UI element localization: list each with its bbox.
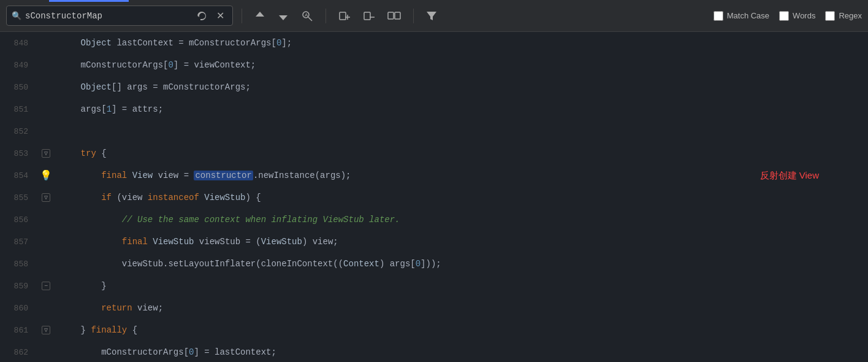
line-number: 849: [0, 61, 37, 70]
code-line-859: 859 − }: [0, 275, 868, 297]
gutter-861[interactable]: ▽: [37, 326, 55, 334]
regex-option[interactable]: Regex: [825, 11, 862, 21]
svg-rect-3: [340, 12, 346, 20]
line-number: 862: [0, 348, 37, 357]
code-line-852: 852: [0, 120, 868, 142]
search-input-wrapper: 🔍 ✕: [6, 6, 233, 26]
find-all-button[interactable]: A: [297, 7, 317, 25]
separator-1: [242, 9, 242, 23]
code-content-848: Object lastContext = mConstructorArgs[0]…: [55, 32, 868, 54]
annotation-text-854: 反射创建 View: [760, 170, 819, 182]
line-number: 854: [0, 171, 37, 180]
code-content-851: args[1] = attrs;: [55, 98, 868, 120]
code-content-849: mConstructorArgs[0] = viewContext;: [55, 54, 868, 76]
code-line-856: 856 // Use the same context when inflati…: [0, 209, 868, 231]
navigate-up-button[interactable]: [251, 7, 269, 25]
match-case-checkbox[interactable]: [714, 11, 723, 21]
line-number: 852: [0, 127, 37, 136]
line-number: 853: [0, 149, 37, 158]
code-line-848: 848 Object lastContext = mConstructorArg…: [0, 32, 868, 54]
code-content-857: final ViewStub viewStub = (ViewStub) vie…: [55, 231, 868, 253]
line-number: 856: [0, 215, 37, 225]
match-case-label: Match Case: [727, 11, 769, 20]
code-line-862: 862 mConstructorArgs[0] = lastContext;: [0, 341, 868, 362]
select-all-occurrences-button[interactable]: [384, 7, 405, 25]
close-search-button[interactable]: ✕: [213, 9, 227, 23]
words-checkbox[interactable]: [779, 11, 789, 21]
gutter-854: 💡: [37, 169, 55, 182]
code-content-850: Object[] args = mConstructorArgs;: [55, 76, 868, 98]
search-progress-bar: [49, 0, 129, 2]
svg-rect-8: [388, 12, 394, 19]
svg-rect-9: [395, 12, 400, 19]
line-number: 850: [0, 83, 37, 92]
fold-icon-855[interactable]: ▽: [42, 193, 50, 202]
code-content-860: return view;: [55, 297, 868, 319]
code-content-858: viewStub.setLayoutInflater(cloneInContex…: [55, 253, 868, 275]
lightbulb-icon[interactable]: 💡: [40, 169, 52, 182]
code-content-852: [55, 120, 868, 142]
search-options: Match Case Words Regex: [714, 11, 862, 21]
code-line-849: 849 mConstructorArgs[0] = viewContext;: [0, 54, 868, 76]
code-content-855: if (view instanceof ViewStub) {: [55, 187, 868, 209]
code-line-860: 860 return view;: [0, 297, 868, 319]
svg-text:A: A: [305, 12, 308, 18]
line-number: 848: [0, 39, 37, 48]
separator-2: [326, 9, 326, 23]
code-line-855: 855 ▽ if (view instanceof ViewStub) {: [0, 187, 868, 209]
gutter-853[interactable]: ▽: [37, 149, 55, 158]
words-label: Words: [793, 11, 815, 20]
code-content-856: // Use the same context when inflating V…: [55, 209, 868, 231]
fold-icon-853[interactable]: ▽: [42, 149, 50, 158]
line-number: 855: [0, 193, 37, 202]
line-number: 858: [0, 260, 37, 269]
gutter-855[interactable]: ▽: [37, 193, 55, 202]
regex-label: Regex: [839, 11, 862, 20]
code-content-862: mConstructorArgs[0] = lastContext;: [55, 341, 868, 362]
code-content-854: final View view = constructor.newInstanc…: [55, 164, 868, 187]
line-number: 851: [0, 105, 37, 114]
svg-line-1: [308, 17, 312, 21]
svg-rect-6: [364, 12, 370, 20]
code-content-861: } finally {: [55, 319, 868, 341]
fold-icon-861[interactable]: ▽: [42, 326, 50, 334]
gutter-859[interactable]: −: [37, 282, 55, 290]
code-line-851: 851 args[1] = attrs;: [0, 98, 868, 120]
line-number: 860: [0, 304, 37, 313]
unselect-occurrence-button[interactable]: [359, 7, 379, 25]
code-line-850: 850 Object[] args = mConstructorArgs;: [0, 76, 868, 98]
fold-minus-icon-859[interactable]: −: [42, 282, 50, 290]
filter-button[interactable]: [422, 8, 441, 24]
navigate-down-button[interactable]: [274, 7, 292, 25]
code-line-861: 861 ▽ } finally {: [0, 319, 868, 341]
search-icon: 🔍: [12, 11, 21, 21]
code-editor: 848 Object lastContext = mConstructorArg…: [0, 32, 868, 362]
code-line-858: 858 viewStub.setLayoutInflater(cloneInCo…: [0, 253, 868, 275]
words-option[interactable]: Words: [779, 11, 815, 21]
code-line-857: 857 final ViewStub viewStub = (ViewStub)…: [0, 231, 868, 253]
regex-checkbox[interactable]: [825, 11, 835, 21]
code-line-853: 853 ▽ try {: [0, 142, 868, 164]
line-number: 861: [0, 326, 37, 335]
search-input[interactable]: [25, 11, 190, 21]
line-number: 859: [0, 282, 37, 291]
separator-3: [413, 9, 414, 23]
match-case-option[interactable]: Match Case: [714, 11, 769, 21]
code-line-854: 854 💡 final View view = constructor.newI…: [0, 164, 868, 187]
code-content-853: try {: [55, 142, 868, 164]
add-to-selection-button[interactable]: [335, 7, 354, 25]
search-bar: 🔍 ✕: [0, 0, 868, 32]
code-content-859: }: [55, 275, 868, 297]
line-number: 857: [0, 237, 37, 247]
undo-button[interactable]: [194, 10, 210, 22]
